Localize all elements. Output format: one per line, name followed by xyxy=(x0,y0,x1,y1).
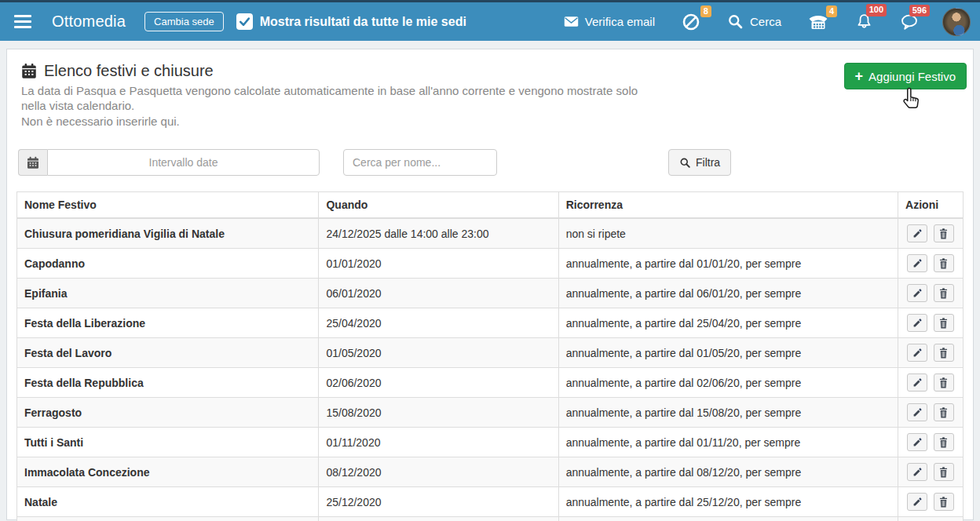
date-range-addon[interactable] xyxy=(18,149,47,176)
ban-icon xyxy=(682,13,700,31)
holiday-actions-cell xyxy=(898,428,964,457)
trash-icon xyxy=(938,348,949,359)
holidays-panel: Elenco festivi e chiusure La data di Pas… xyxy=(6,49,974,520)
calendar-icon xyxy=(21,63,37,79)
holiday-when-cell: 08/12/2020 xyxy=(319,457,558,487)
trash-icon xyxy=(938,288,949,299)
edit-button[interactable] xyxy=(907,373,927,392)
edit-button[interactable] xyxy=(907,403,927,421)
table-row: Festa della Repubblica 02/06/2020 annual… xyxy=(17,368,964,398)
holiday-actions-cell xyxy=(898,457,964,487)
edit-button[interactable] xyxy=(907,254,927,272)
delete-button[interactable] xyxy=(934,493,954,511)
date-range-input[interactable] xyxy=(47,149,320,176)
table-row: Chiusura pomeridiana Vigilia di Natale 2… xyxy=(17,218,964,249)
delete-button[interactable] xyxy=(934,344,954,362)
delete-button[interactable] xyxy=(934,284,954,302)
notifications-button[interactable]: 100 xyxy=(855,13,873,31)
pencil-icon xyxy=(912,348,923,358)
column-header-recurrence: Ricorrenza xyxy=(558,192,898,219)
holiday-name-cell: Natale xyxy=(17,487,319,517)
delete-button[interactable] xyxy=(934,224,954,242)
table-row: Tutti i Santi 01/11/2020 annualmente, a … xyxy=(17,428,964,457)
name-search-input[interactable] xyxy=(343,149,497,176)
pencil-icon xyxy=(912,437,923,447)
filter-bar: Filtra xyxy=(18,149,964,176)
holiday-recurrence-cell: annualmente, a partire dal 25/04/20, per… xyxy=(558,308,898,338)
holiday-recurrence-cell: annualmente, a partire dal 02/06/20, per… xyxy=(558,368,898,398)
blocked-count-badge: 8 xyxy=(700,5,711,18)
holiday-actions-cell xyxy=(898,487,964,517)
holiday-table-body: Chiusura pomeridiana Vigilia di Natale 2… xyxy=(17,218,964,521)
search-button[interactable]: Cerca xyxy=(727,13,781,30)
holiday-when-cell: 25/04/2020 xyxy=(319,308,558,338)
user-avatar[interactable] xyxy=(942,8,971,36)
pencil-icon xyxy=(912,407,923,417)
edit-button[interactable] xyxy=(907,493,927,511)
delete-button[interactable] xyxy=(934,403,954,421)
column-header-name: Nome Festivo xyxy=(17,192,319,219)
holiday-when-cell: 02/06/2020 xyxy=(319,368,558,398)
holiday-name-cell: Ferragosto xyxy=(17,398,319,428)
edit-button[interactable] xyxy=(907,344,927,362)
show-all-sites-label: Mostra risultati da tutte le mie sedi xyxy=(260,15,466,29)
holiday-actions-cell xyxy=(898,368,964,398)
phone-count-badge: 4 xyxy=(826,5,837,18)
filter-button[interactable]: Filtra xyxy=(668,149,731,176)
holiday-when-cell: 01/01/2020 xyxy=(319,249,558,279)
holiday-actions-cell xyxy=(898,308,964,338)
pencil-icon xyxy=(912,288,923,298)
pencil-icon xyxy=(912,467,923,477)
holiday-when-cell: 25/12/2020 xyxy=(319,487,558,517)
edit-button[interactable] xyxy=(907,314,927,332)
holiday-when-cell: 24/12/2025 dalle 14:00 alle 23:00 xyxy=(319,218,558,249)
table-row: Immacolata Concezione 08/12/2020 annualm… xyxy=(17,457,964,487)
delete-button[interactable] xyxy=(934,433,954,451)
calendar-small-icon xyxy=(27,156,39,169)
holiday-name-cell: Festa della Liberazione xyxy=(17,308,319,338)
blocked-items-button[interactable]: 8 xyxy=(682,13,700,31)
holiday-when-cell: 26/12/2020 xyxy=(319,517,558,521)
table-row: Santo Stefano 26/12/2020 annualmente, a … xyxy=(17,517,964,521)
edit-button[interactable] xyxy=(907,433,927,451)
search-small-icon xyxy=(679,157,691,169)
add-holiday-button[interactable]: + Aggiungi Festivo xyxy=(844,63,967,89)
holiday-name-cell: Epifania xyxy=(17,279,319,308)
brand-title[interactable]: Ottomedia xyxy=(52,13,126,31)
holiday-recurrence-cell: annualmente, a partire dal 01/11/20, per… xyxy=(558,428,898,457)
holiday-name-cell: Santo Stefano xyxy=(17,517,319,521)
holidays-table: Nome Festivo Quando Ricorrenza Azioni Ch… xyxy=(16,191,964,521)
holiday-actions-cell xyxy=(898,249,964,279)
hamburger-menu-button[interactable] xyxy=(9,10,36,34)
phone-calls-button[interactable]: 4 xyxy=(808,13,828,31)
mouse-cursor-pointer xyxy=(901,86,923,111)
delete-button[interactable] xyxy=(934,463,954,481)
pencil-icon xyxy=(912,318,923,328)
delete-button[interactable] xyxy=(934,254,954,272)
edit-button[interactable] xyxy=(907,224,927,242)
pencil-icon xyxy=(912,497,923,507)
holiday-actions-cell xyxy=(898,279,964,308)
holiday-when-cell: 01/11/2020 xyxy=(319,428,558,457)
edit-button[interactable] xyxy=(907,463,927,481)
envelope-icon xyxy=(564,16,579,27)
holiday-actions-cell xyxy=(898,398,964,428)
holiday-recurrence-cell: annualmente, a partire dal 25/12/20, per… xyxy=(558,487,898,517)
table-row: Capodanno 01/01/2020 annualmente, a part… xyxy=(17,249,964,279)
verify-email-button[interactable]: Verifica email xyxy=(564,15,655,28)
holiday-actions-cell xyxy=(898,338,964,368)
pencil-icon xyxy=(912,258,923,268)
messages-button[interactable]: 596 xyxy=(900,13,919,31)
delete-button[interactable] xyxy=(934,314,954,332)
trash-icon xyxy=(938,228,949,239)
delete-button[interactable] xyxy=(934,373,954,392)
edit-button[interactable] xyxy=(907,284,927,302)
messages-count-badge: 596 xyxy=(909,5,930,17)
search-icon xyxy=(727,13,744,30)
trash-icon xyxy=(938,467,949,478)
holiday-recurrence-cell: annualmente, a partire dal 06/01/20, per… xyxy=(558,279,898,308)
holiday-recurrence-cell: annualmente, a partire dal 26/12/20, per… xyxy=(558,517,898,521)
holiday-name-cell: Festa della Repubblica xyxy=(17,368,319,398)
change-site-button[interactable]: Cambia sede xyxy=(144,12,224,31)
show-all-sites-checkbox[interactable] xyxy=(236,13,253,30)
